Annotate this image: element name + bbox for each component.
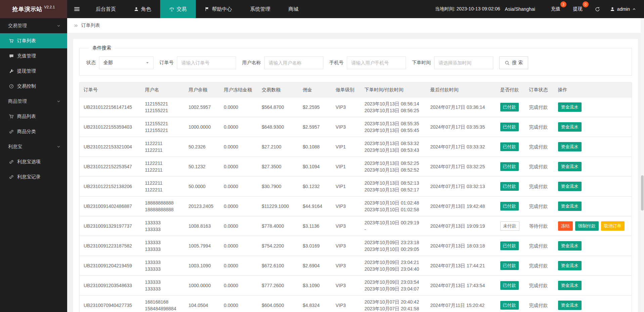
balance-cell: 50.0000 (185, 177, 220, 196)
vip-level: VIP3 (336, 282, 357, 289)
phone-input[interactable] (347, 56, 406, 69)
user-name-line2: 133333 (145, 246, 181, 253)
fund-flow-button[interactable]: 资金流水 (558, 261, 582, 270)
top-nav-label-home: 后台首页 (96, 6, 116, 12)
top-nav-item-home[interactable]: 后台首页 (87, 0, 125, 18)
order-time-cell: 2023年10月13日 08:52:132023年10月13日 08:52:17 (361, 177, 426, 196)
fund-flow-button[interactable]: 资金流水 (558, 102, 582, 112)
admin-menu[interactable]: admin (606, 0, 644, 18)
commission: $2.5957 (303, 124, 328, 130)
chevron-down-icon (57, 24, 60, 28)
sidebar-item-label-interest-records: 利息宝记录 (17, 174, 41, 180)
pay-status-cell: 已付款 (496, 256, 525, 276)
freeze-button[interactable]: 冻结 (558, 221, 573, 231)
order-no: UB2310122153321004 (84, 143, 137, 150)
pay-time: 2023年10月13日 08:52:52 (365, 167, 422, 173)
fund-flow-button[interactable]: 资金流水 (558, 142, 582, 151)
order-no-cell: UB2310091204219459 (80, 256, 141, 276)
order-no-cell: UB2310122152138206 (80, 177, 141, 196)
cancel-order-button[interactable]: 取消订单 (601, 221, 625, 231)
fund-flow-button[interactable]: 资金流水 (558, 182, 582, 191)
balance-cell: 1005.7994 (185, 236, 220, 256)
fund-flow-button[interactable]: 资金流水 (558, 122, 582, 132)
page-scrollbar[interactable] (641, 18, 644, 312)
sidebar-item-order-list[interactable]: 订单列表 (0, 33, 67, 48)
app-logo: 抢单演示站 V2.2.1 (0, 0, 67, 18)
vip-level: VIP3 (336, 242, 357, 249)
fund-flow-button[interactable]: 资金流水 (558, 162, 582, 171)
pay-status-cell: 已付款 (496, 296, 525, 312)
sidebar-item-interest-options[interactable]: 利息宝选项 (0, 154, 67, 169)
withdraw-link[interactable]: 提现0 (567, 0, 589, 18)
recharge-link[interactable]: 充值3 (545, 0, 567, 18)
top-nav-item-mall[interactable]: 商城 (279, 0, 308, 18)
order-time-input[interactable] (434, 56, 493, 69)
top-nav-item-help[interactable]: 帮助中心 (196, 0, 241, 18)
sidebar-group-goods-management[interactable]: 商品管理 (0, 94, 67, 109)
sidebar-item-withdraw-management[interactable]: 提现管理 (0, 63, 67, 79)
user-cell: 1888888888818888888888 (141, 196, 185, 216)
trade-amount: $564.8700 (262, 104, 295, 110)
top-nav-item-trade[interactable]: 交易 (160, 0, 196, 18)
status-select[interactable]: 全部 (99, 56, 153, 69)
balance-cell: 1003.1090 (185, 256, 220, 276)
link-icon (9, 160, 14, 164)
sidebar-group-interest-treasure[interactable]: 利息宝 (0, 139, 67, 154)
order-time-cell: 2023年10月13日 08:52:252023年10月13日 08:52:52 (361, 157, 426, 177)
pay-status-badge: 已付款 (500, 123, 519, 131)
last-pay-time-cell: 2024年07月13日 19:42:48 (426, 196, 496, 216)
column-header-4: 交易数额 (258, 83, 299, 97)
sidebar-item-recharge-management[interactable]: 充值管理 (0, 48, 67, 63)
order-no: UB2310122152253547 (84, 163, 137, 170)
sidebar-item-trade-control[interactable]: 交易控制 (0, 79, 67, 94)
search-button[interactable]: 搜 索 (499, 56, 528, 69)
user-name-line1: 112155221 (145, 120, 181, 127)
pay-status-badge: 已付款 (500, 301, 519, 310)
order-no: UB2310091223187582 (84, 242, 137, 249)
sidebar-group-trade-management[interactable]: 交易管理 (0, 18, 67, 33)
fund-flow-button[interactable]: 资金流水 (558, 241, 582, 251)
column-header-3: 用户冻结金额 (220, 83, 258, 97)
level-cell: VIP3 (332, 296, 361, 312)
sidebar-item-goods-list[interactable]: 商品列表 (0, 109, 67, 124)
commission-cell: $0.1232 (299, 177, 332, 196)
topbar: 抢单演示站 V2.2.1 后台首页角色交易帮助中心系统管理商城 当地时间: 20… (0, 0, 644, 18)
last-pay-time: 2024年07月13日 17:44:21 (430, 262, 492, 269)
top-nav-item-role[interactable]: 角色 (125, 0, 160, 18)
column-header-9: 是否付款 (496, 83, 525, 97)
last-pay-time-cell: 2024年07月17日 03:33:32 (426, 137, 496, 157)
vip-level: VIP3 (336, 124, 357, 130)
balance-cell: 1000.0000 (185, 117, 220, 137)
wrench-icon (9, 69, 14, 74)
scrollbar-thumb[interactable] (641, 175, 644, 211)
order-no: UB2310122156147145 (84, 104, 137, 110)
pay-status-badge: 已付款 (500, 241, 519, 250)
user-cell: 133333133333 (141, 256, 185, 276)
frozen-amount: 0.0000 (224, 124, 254, 130)
top-nav-item-system[interactable]: 系统管理 (241, 0, 279, 18)
pay-time: 2023年10月10日 00:29:05 (365, 246, 422, 253)
sidebar-item-goods-category[interactable]: 商品分类 (0, 124, 67, 139)
fund-flow-button[interactable]: 资金流水 (558, 281, 582, 290)
trade-amount: $27.2100 (262, 143, 295, 150)
user-name-line1: 133333 (145, 259, 181, 266)
breadcrumb: 订单列表 (81, 23, 100, 29)
last-pay-time-cell: 2024年07月17日 03:36:14 (426, 97, 496, 117)
user-balance: 50.2326 (189, 143, 216, 150)
refresh-button[interactable] (589, 0, 606, 18)
force-pay-button[interactable]: 强制付款 (575, 221, 599, 231)
pay-time: 2023年10月13日 08:53:43 (365, 147, 422, 153)
pay-status-badge: 已付款 (500, 202, 519, 211)
sidebar-item-interest-records[interactable]: 利息宝记录 (0, 169, 67, 184)
fund-flow-button[interactable]: 资金流水 (558, 202, 582, 211)
user-cell: 133333133333 (141, 216, 185, 236)
order-no-input[interactable] (177, 56, 236, 69)
order-time: 2023年10月09日 23:04:21 (365, 259, 422, 266)
user-name-input[interactable] (264, 56, 323, 69)
user-balance: 50.0000 (189, 183, 216, 190)
menu-toggle-button[interactable] (67, 0, 87, 18)
order-no-cell: UB2310091203548633 (80, 276, 141, 296)
order-time: 2023年10月09日 23:03:54 (365, 279, 422, 285)
column-header-1: 用户名 (141, 83, 185, 97)
fund-flow-button[interactable]: 资金流水 (558, 301, 582, 310)
